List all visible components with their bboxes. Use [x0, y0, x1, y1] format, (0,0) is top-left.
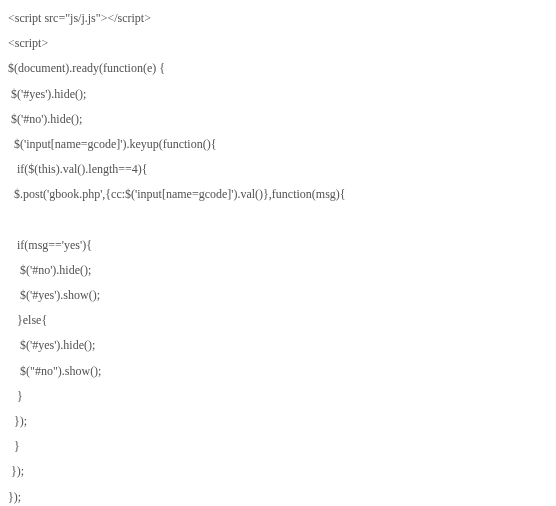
code-line: if(msg=='yes'){ [8, 233, 548, 258]
code-line: $('#no').hide(); [8, 107, 548, 132]
code-line: $('#yes').show(); [8, 283, 548, 308]
code-line: <script> [8, 31, 548, 56]
code-line: $('input[name=gcode]').keyup(function(){ [8, 132, 548, 157]
code-line: if($(this).val().length==4){ [8, 157, 548, 182]
code-line: }else{ [8, 308, 548, 333]
code-line: } [8, 384, 548, 409]
code-line: } [8, 434, 548, 459]
code-line: $('#no').hide(); [8, 258, 548, 283]
code-line: $.post('gbook.php',{cc:$('input[name=gco… [8, 182, 548, 207]
code-line: }); [8, 459, 548, 484]
code-line: <script src="js/j.js"></script> [8, 6, 548, 31]
code-line: }); [8, 485, 548, 506]
code-line: $("#no").show(); [8, 359, 548, 384]
code-line [8, 208, 548, 233]
code-line: $(document).ready(function(e) { [8, 56, 548, 81]
code-line: }); [8, 409, 548, 434]
code-line: $('#yes').hide(); [8, 82, 548, 107]
code-block: <script src="js/j.js"></script> <script>… [8, 6, 548, 506]
code-line: $('#yes').hide(); [8, 333, 548, 358]
